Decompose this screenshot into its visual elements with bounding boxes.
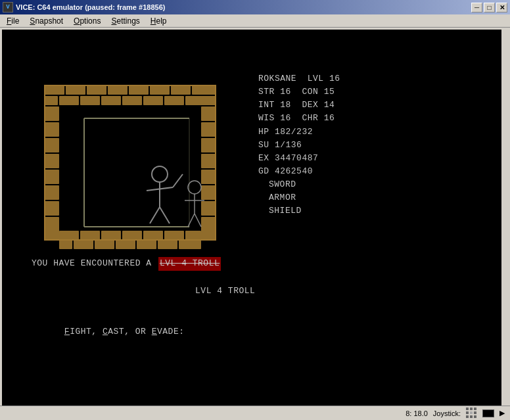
svg-rect-45 xyxy=(158,240,177,249)
svg-rect-46 xyxy=(179,240,201,249)
dot xyxy=(474,415,476,418)
svg-point-57 xyxy=(188,181,201,194)
svg-rect-42 xyxy=(95,240,114,249)
coordinates: 8: 18.0 xyxy=(406,409,428,417)
encounter-row3: FIGHT, CAST, OR EVADE: xyxy=(32,312,255,353)
svg-rect-14 xyxy=(143,96,163,105)
bottom-text: YOU HAVE ENCOUNTERED A LVL 4 TROLL LVL 4… xyxy=(32,257,255,353)
menu-settings[interactable]: Settings xyxy=(106,14,145,27)
svg-point-51 xyxy=(152,166,168,182)
joystick-dots xyxy=(466,408,477,419)
window-title: VICE: C64 emulator (paused: frame #18856… xyxy=(16,3,165,11)
maximize-button[interactable]: □ xyxy=(484,3,495,12)
svg-rect-21 xyxy=(45,170,59,184)
emulator-outer: ROKSANE LVL 16 STR 16 CON 15 INT 18 DEX … xyxy=(0,28,510,406)
svg-rect-6 xyxy=(150,85,170,95)
menu-help[interactable]: Help xyxy=(145,14,172,27)
char-item-shield: SHIELD xyxy=(258,204,482,218)
menu-file[interactable]: File xyxy=(1,14,24,27)
game-content: ROKSANE LVL 16 STR 16 CON 15 INT 18 DEX … xyxy=(2,30,501,406)
char-name-level: ROKSANE LVL 16 xyxy=(258,72,482,85)
svg-rect-26 xyxy=(201,122,216,137)
char-ex: EX 34470487 xyxy=(258,152,482,165)
joystick-label: Joystick: xyxy=(433,409,461,417)
svg-rect-9 xyxy=(45,96,58,105)
svg-rect-10 xyxy=(59,96,79,105)
svg-rect-34 xyxy=(80,231,100,240)
svg-rect-12 xyxy=(101,96,121,105)
svg-rect-8 xyxy=(192,85,216,95)
svg-rect-31 xyxy=(201,201,216,216)
svg-rect-17 xyxy=(45,106,59,121)
dot xyxy=(466,408,469,410)
menu-snapshot[interactable]: Snapshot xyxy=(24,14,68,27)
svg-rect-40 xyxy=(59,240,72,249)
close-button[interactable]: ✕ xyxy=(496,3,507,12)
char-wis-chr: WIS 16 CHR 16 xyxy=(258,112,482,125)
svg-rect-36 xyxy=(122,231,142,240)
svg-line-56 xyxy=(173,174,183,187)
app-icon: V xyxy=(3,2,13,12)
svg-rect-30 xyxy=(201,185,216,200)
joystick-indicator xyxy=(466,408,477,419)
svg-rect-18 xyxy=(45,122,59,137)
svg-rect-33 xyxy=(59,231,79,240)
expand-icon: ▶ xyxy=(499,409,505,417)
char-item-sword: SWORD xyxy=(258,178,482,191)
char-hp: HP 182/232 xyxy=(258,126,482,139)
svg-rect-2 xyxy=(66,85,85,95)
dot xyxy=(466,411,469,414)
svg-rect-32 xyxy=(201,217,216,240)
svg-rect-35 xyxy=(101,231,121,240)
dot xyxy=(470,408,473,410)
svg-rect-24 xyxy=(45,217,59,240)
dungeon-svg xyxy=(32,72,229,253)
svg-rect-19 xyxy=(45,138,59,152)
svg-rect-3 xyxy=(87,85,106,95)
svg-rect-25 xyxy=(201,106,216,121)
char-int-dex: INT 18 DEX 14 xyxy=(258,99,482,112)
dot xyxy=(474,411,476,414)
char-item-armor: ARMOR xyxy=(258,191,482,204)
dungeon-map xyxy=(32,72,229,253)
svg-rect-4 xyxy=(108,85,128,95)
status-bar: 8: 18.0 Joystick: ▶ xyxy=(0,406,510,420)
encounter-row1: YOU HAVE ENCOUNTERED A LVL 4 TROLL xyxy=(32,257,255,271)
svg-rect-39 xyxy=(185,231,201,240)
menu-bar: File Snapshot Options Settings Help xyxy=(0,14,510,28)
svg-rect-15 xyxy=(164,96,184,105)
color-box xyxy=(482,409,494,417)
dot xyxy=(470,411,473,414)
menu-options[interactable]: Options xyxy=(68,14,106,27)
svg-rect-28 xyxy=(201,154,216,168)
dot xyxy=(470,415,473,418)
svg-line-61 xyxy=(195,214,201,227)
svg-rect-7 xyxy=(171,85,191,95)
svg-rect-1 xyxy=(45,85,64,95)
svg-rect-41 xyxy=(74,240,93,249)
svg-rect-44 xyxy=(137,240,156,249)
svg-rect-29 xyxy=(201,170,216,184)
dot xyxy=(466,415,469,418)
svg-line-55 xyxy=(160,207,170,223)
encounter-row2: LVL 4 TROLL xyxy=(32,271,255,312)
svg-rect-16 xyxy=(185,96,216,105)
minimize-button[interactable]: ─ xyxy=(471,3,482,12)
svg-rect-23 xyxy=(45,201,59,216)
char-gd: GD 4262540 xyxy=(258,165,482,178)
svg-rect-43 xyxy=(116,240,135,249)
emulator-screen: ROKSANE LVL 16 STR 16 CON 15 INT 18 DEX … xyxy=(2,30,501,406)
svg-rect-5 xyxy=(129,85,149,95)
svg-rect-37 xyxy=(143,231,163,240)
svg-rect-27 xyxy=(201,138,216,152)
svg-rect-22 xyxy=(45,185,59,200)
svg-line-54 xyxy=(150,207,160,223)
svg-rect-38 xyxy=(164,231,184,240)
svg-rect-0 xyxy=(45,85,216,240)
svg-rect-20 xyxy=(45,154,59,168)
char-str-con: STR 16 CON 15 xyxy=(258,85,482,99)
svg-rect-11 xyxy=(80,96,100,105)
stats-panel: ROKSANE LVL 16 STR 16 CON 15 INT 18 DEX … xyxy=(258,72,482,218)
title-bar-left: V VICE: C64 emulator (paused: frame #188… xyxy=(3,2,165,12)
window-controls: ─ □ ✕ xyxy=(471,3,507,12)
